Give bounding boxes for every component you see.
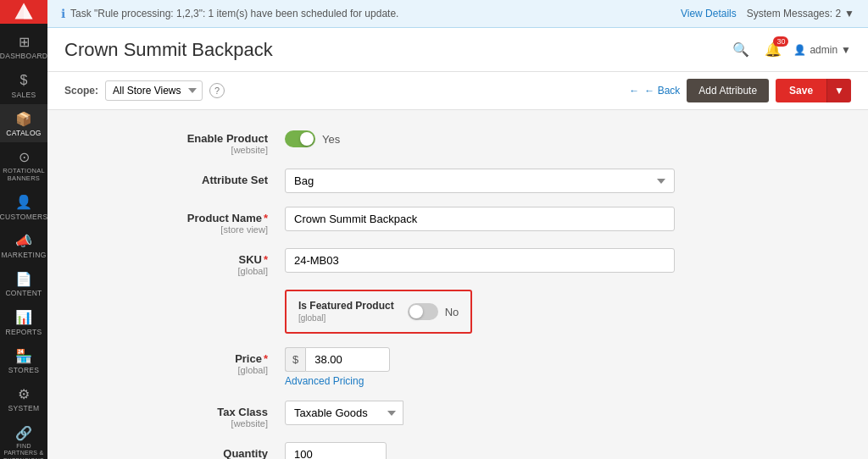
catalog-icon: 📦 [15,111,32,127]
page-title: Crown Summit Backpack [64,39,273,61]
attribute-set-label: Attribute Set [202,174,268,186]
save-button[interactable]: Save [776,79,826,102]
required-star: * [264,352,268,365]
header-actions: 🔍 🔔 30 👤 admin ▼ [729,38,851,61]
sku-label-group: SKU* [global] [98,248,285,276]
back-arrow-icon: ← [629,85,639,97]
tax-class-select[interactable]: Taxable Goods [285,401,403,425]
add-attribute-button[interactable]: Add Attribute [687,79,769,102]
logo[interactable] [0,0,47,24]
featured-product-toggle[interactable] [408,303,438,320]
scope-group: Scope: All Store Views ? [64,80,225,101]
toolbar: Scope: All Store Views ? ← ← Back Add At… [47,72,868,110]
enable-product-toggle-wrapper: Yes [285,127,851,147]
rotational-banners-icon: ⊙ [19,149,30,165]
sidebar: ⊞ DASHBOARD $ SALES 📦 CATALOG ⊙ ROTATION… [0,0,47,459]
quantity-label: Quantity [223,447,268,459]
save-dropdown-button[interactable]: ▼ [826,79,851,102]
notification-left: ℹ Task "Rule processing: 1,2,3": 1 item(… [61,7,398,20]
quantity-control: Advanced Inventory [285,442,851,459]
quantity-label-group: Quantity [global] [98,442,285,459]
sku-input[interactable] [285,248,675,273]
price-currency: $ [285,347,305,372]
sidebar-item-stores[interactable]: 🏪 STORES [0,341,47,379]
view-details-link[interactable]: View Details [681,8,737,19]
system-messages[interactable]: System Messages: 2 ▼ [747,8,854,19]
toggle-slider [408,303,438,320]
required-star: * [264,253,268,266]
featured-product-label-group [98,290,285,295]
enable-product-toggle-label: Yes [322,133,340,146]
featured-product-row: Is Featured Product [global] No [98,290,851,334]
notification-button[interactable]: 🔔 30 [761,38,785,61]
dashboard-icon: ⊞ [19,34,30,50]
price-label-group: Price* [global] [98,347,285,375]
attribute-set-row: Attribute Set Bag [98,169,851,193]
help-icon[interactable]: ? [209,83,225,98]
sidebar-item-content[interactable]: 📄 CONTENT [0,264,47,302]
sidebar-item-partners[interactable]: 🔗 FIND PARTNERS & EXTENSIONS [0,418,47,459]
form-content: Enable Product [website] Yes Attribute S… [47,110,868,459]
featured-product-control: Is Featured Product [global] No [285,290,851,334]
sidebar-item-catalog[interactable]: 📦 CATALOG [0,104,47,142]
tax-class-control: Taxable Goods [285,401,851,425]
enable-product-toggle[interactable] [285,130,315,147]
enable-product-label-group: Enable Product [website] [98,127,285,155]
reports-icon: 📊 [15,309,32,325]
scope-select[interactable]: All Store Views [105,80,203,101]
attribute-set-label-group: Attribute Set [98,169,285,186]
featured-sublabel: [global] [298,313,326,323]
featured-product-box: Is Featured Product [global] No [285,290,472,334]
scope-label: Scope: [64,85,98,97]
admin-menu-button[interactable]: 👤 admin ▼ [793,44,851,56]
sidebar-item-dashboard[interactable]: ⊞ DASHBOARD [0,27,47,65]
chevron-down-icon: ▼ [844,8,854,19]
product-name-label: Product Name* [187,212,268,224]
tax-class-label: Tax Class [217,406,268,418]
sku-sublabel: [global] [98,266,268,276]
required-star: * [264,212,268,224]
featured-product-label: Is Featured Product [global] [298,300,394,324]
marketing-icon: 📣 [15,233,32,249]
sidebar-item-marketing[interactable]: 📣 MARKETING [0,226,47,264]
toolbar-right: ← ← Back Add Attribute Save ▼ [629,79,851,102]
system-icon: ⚙ [18,386,30,402]
price-input[interactable] [305,347,390,372]
sidebar-item-sales[interactable]: $ SALES [0,65,47,103]
save-button-group: Save ▼ [776,79,851,102]
admin-avatar: 👤 [793,44,806,56]
price-row: Price* [global] $ Advanced Pricing [98,347,851,387]
partners-icon: 🔗 [15,425,32,441]
tax-class-row: Tax Class [website] Taxable Goods [98,401,851,429]
featured-product-toggle-label: No [445,306,459,318]
notification-bar: ℹ Task "Rule processing: 1,2,3": 1 item(… [47,0,868,28]
advanced-pricing-link[interactable]: Advanced Pricing [285,375,851,387]
page-header: Crown Summit Backpack 🔍 🔔 30 👤 admin ▼ [47,28,868,72]
chevron-down-icon: ▼ [834,85,844,97]
sidebar-item-reports[interactable]: 📊 REPORTS [0,302,47,340]
notification-right: View Details System Messages: 2 ▼ [681,8,854,19]
price-control: $ Advanced Pricing [285,347,851,387]
sales-icon: $ [20,72,28,88]
product-name-label-group: Product Name* [store view] [98,207,285,235]
attribute-set-select[interactable]: Bag [285,169,675,193]
attribute-set-control: Bag [285,169,851,193]
back-button[interactable]: ← ← Back [629,85,680,97]
sidebar-item-rotational-banners[interactable]: ⊙ ROTATIONAL BANNERS [0,142,47,187]
sidebar-item-customers[interactable]: 👤 CUSTOMERS [0,187,47,225]
tax-class-sublabel: [website] [98,418,268,429]
notification-message: Task "Rule processing: 1,2,3": 1 item(s)… [70,8,398,19]
notification-badge: 30 [773,36,788,47]
tax-class-label-group: Tax Class [website] [98,401,285,429]
chevron-down-icon: ▼ [841,44,851,56]
toggle-slider [285,130,315,147]
price-label: Price* [235,352,268,365]
enable-product-control: Yes [285,127,851,147]
search-button[interactable]: 🔍 [729,38,753,61]
quantity-input[interactable] [285,442,387,459]
product-name-input[interactable] [285,207,675,231]
enable-product-row: Enable Product [website] Yes [98,127,851,155]
price-input-group: $ [285,347,851,372]
product-name-control [285,207,851,231]
sidebar-item-system[interactable]: ⚙ SYSTEM [0,379,47,418]
